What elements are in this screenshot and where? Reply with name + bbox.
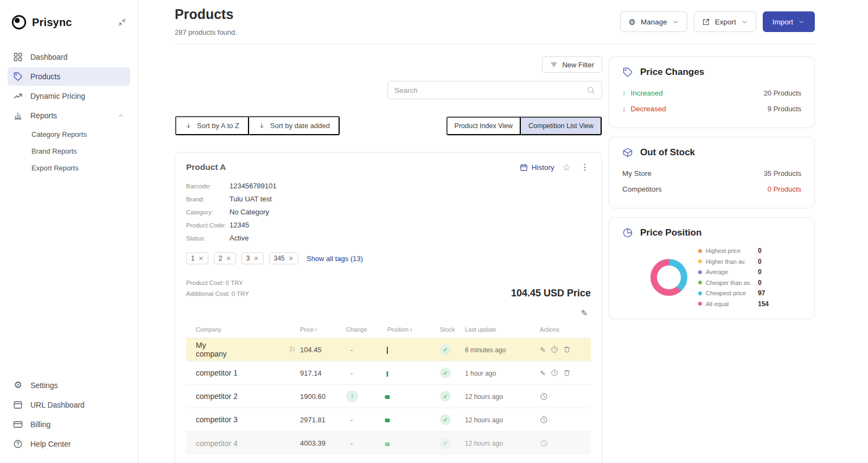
my-store-row[interactable]: My Store 35 Products bbox=[622, 166, 801, 181]
col-change[interactable]: Change bbox=[344, 321, 385, 338]
change-value: - bbox=[346, 369, 353, 377]
products-list-column: New Filter Sort by A to Z Sor bbox=[175, 45, 602, 463]
sidebar-item-label: Products bbox=[30, 72, 60, 81]
legend-value: 154 bbox=[758, 300, 769, 308]
collapse-sidebar-icon[interactable] bbox=[117, 17, 127, 27]
sidebar-item-reports[interactable]: Reports bbox=[8, 106, 130, 125]
price-increase-icon: ↑ bbox=[346, 390, 358, 402]
legend-label: Cheaper than av. bbox=[706, 280, 755, 286]
decreased-label: Decreased bbox=[631, 105, 666, 113]
decreased-row[interactable]: ↓Decreased 9 Products bbox=[622, 101, 801, 117]
last-update: 12 hours ago bbox=[465, 416, 503, 424]
increased-row[interactable]: ↑Increased 20 Products bbox=[622, 85, 801, 101]
arrow-up-icon: ↑ bbox=[622, 89, 626, 97]
sidebar-item-help-center[interactable]: Help Center bbox=[8, 435, 130, 453]
in-stock-check-icon: ✓ bbox=[440, 438, 451, 449]
favorite-star-icon[interactable]: ☆ bbox=[563, 163, 571, 172]
sidebar-item-dynamic-pricing[interactable]: Dynamic Pricing bbox=[8, 87, 130, 105]
sidebar-item-billing[interactable]: Billing bbox=[8, 415, 130, 434]
sidebar-nav: Dashboard Products Dynamic Pricing Repor… bbox=[0, 47, 138, 176]
edit-icon[interactable]: ✎ bbox=[540, 369, 546, 377]
product-index-view-button[interactable]: Product Index View bbox=[446, 117, 521, 135]
category-value: No Category bbox=[229, 208, 269, 216]
view-toggle: Product Index View Competition List View bbox=[446, 116, 602, 136]
history-clock-icon[interactable] bbox=[540, 392, 548, 401]
new-filter-button[interactable]: New Filter bbox=[542, 56, 602, 73]
products-found-count: 287 products found. bbox=[175, 28, 237, 36]
company-name: My company bbox=[196, 341, 237, 358]
sidebar-bottom: ⚙ Settings URL Dashboard Billing Help Ce… bbox=[0, 375, 138, 463]
sidebar-item-settings[interactable]: ⚙ Settings bbox=[8, 376, 130, 395]
price-changes-panel: Price Changes ↑Increased 20 Products ↓De… bbox=[609, 56, 815, 128]
gear-icon: ⚙ bbox=[628, 18, 635, 26]
sidebar-item-export-reports[interactable]: Export Reports bbox=[0, 160, 138, 176]
import-button[interactable]: Import bbox=[763, 11, 815, 32]
show-all-tags-link[interactable]: Show all tags (13) bbox=[307, 255, 363, 263]
competition-table: Company Price↑ Change Position↑ Stock La… bbox=[186, 321, 591, 455]
in-stock-check-icon: ✓ bbox=[440, 367, 451, 378]
manage-button[interactable]: ⚙ Manage bbox=[620, 11, 687, 32]
history-clock-icon[interactable] bbox=[551, 346, 558, 353]
history-button[interactable]: History bbox=[520, 163, 554, 172]
sort-az-button[interactable]: Sort by A to Z bbox=[175, 116, 249, 135]
arrow-down-icon: ↓ bbox=[622, 105, 626, 113]
col-actions: Actions bbox=[538, 321, 591, 338]
page-title: Products bbox=[175, 7, 237, 22]
col-stock[interactable]: Stock bbox=[438, 321, 463, 338]
sidebar-item-label: Dynamic Pricing bbox=[30, 92, 85, 100]
sidebar-item-url-dashboard[interactable]: URL Dashboard bbox=[8, 396, 130, 414]
sidebar-item-category-reports[interactable]: Category Reports bbox=[0, 126, 138, 143]
history-clock-icon[interactable] bbox=[551, 369, 558, 377]
remove-tag-icon[interactable]: ✕ bbox=[199, 255, 203, 262]
history-clock-icon[interactable] bbox=[540, 416, 548, 424]
remove-tag-icon[interactable]: ✕ bbox=[254, 255, 259, 262]
product-fields: Barcode:123456789101 Brand:Tulu UAT test… bbox=[186, 179, 591, 244]
competition-list-view-button[interactable]: Competition List View bbox=[521, 117, 602, 135]
remove-tag-icon[interactable]: ✕ bbox=[289, 255, 293, 262]
tag-label: 345 bbox=[274, 255, 285, 262]
trash-icon[interactable] bbox=[563, 346, 571, 353]
bar-chart-icon bbox=[13, 111, 23, 120]
legend-item: Average0 bbox=[698, 268, 769, 276]
legend-label: Average bbox=[706, 269, 755, 275]
legend-item: Higher than av.0 bbox=[698, 258, 769, 265]
legend-value: 0 bbox=[758, 258, 762, 265]
sidebar-item-products[interactable]: Products bbox=[8, 67, 130, 86]
sidebar-item-label: Settings bbox=[30, 381, 58, 390]
competitors-row[interactable]: Competitors 0 Products bbox=[622, 181, 801, 197]
field-label: Brand: bbox=[186, 196, 229, 202]
prisync-logo-icon bbox=[11, 14, 27, 30]
barcode-value: 123456789101 bbox=[229, 182, 277, 190]
position-marker bbox=[385, 418, 390, 422]
col-price[interactable]: Price↑ bbox=[298, 321, 344, 338]
change-value: - bbox=[346, 346, 353, 354]
remove-tag-icon[interactable]: ✕ bbox=[226, 255, 231, 262]
credit-card-icon bbox=[13, 420, 23, 429]
decreased-count: 9 Products bbox=[768, 105, 801, 113]
edit-price-icon[interactable]: ✎ bbox=[580, 309, 588, 317]
search-input[interactable] bbox=[394, 86, 586, 94]
history-clock-icon[interactable] bbox=[540, 439, 548, 447]
search-box bbox=[387, 81, 602, 99]
sort-date-button[interactable]: Sort by date added bbox=[249, 116, 340, 135]
trash-icon[interactable] bbox=[563, 369, 571, 377]
sidebar-item-brand-reports[interactable]: Brand Reports bbox=[0, 143, 138, 160]
position-marker bbox=[385, 395, 390, 399]
company-name: competitor 3 bbox=[196, 415, 238, 424]
kebab-menu-icon[interactable]: ⋮ bbox=[579, 163, 591, 172]
col-company[interactable]: Company bbox=[186, 321, 298, 338]
col-last-update[interactable]: Last update bbox=[463, 321, 538, 338]
sort-group: Sort by A to Z Sort by date added bbox=[175, 116, 340, 136]
col-position[interactable]: Position↑ bbox=[385, 321, 438, 338]
price-value: 2971.81 bbox=[298, 408, 344, 432]
export-button[interactable]: Export bbox=[694, 11, 756, 32]
flag-icon[interactable]: ⚐ bbox=[289, 345, 296, 354]
export-icon bbox=[702, 18, 710, 26]
legend-item: All equal154 bbox=[698, 300, 769, 308]
tag-chip: 3✕ bbox=[241, 252, 264, 264]
position-marker bbox=[387, 347, 388, 354]
price-position-panel: Price Position Highest price0 Higher tha… bbox=[609, 217, 815, 319]
legend-label: Higher than av. bbox=[706, 258, 755, 265]
edit-icon[interactable]: ✎ bbox=[540, 346, 546, 354]
sidebar-item-dashboard[interactable]: Dashboard bbox=[8, 48, 130, 66]
